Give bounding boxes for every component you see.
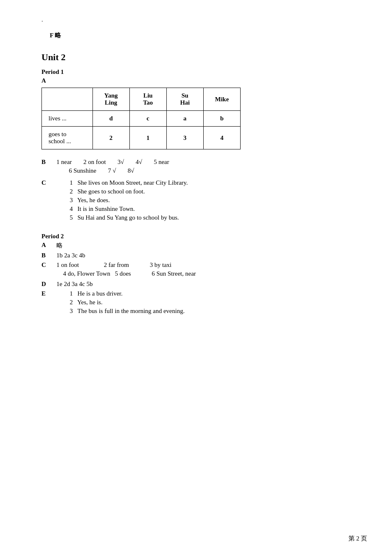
- b-item-1: 1 near: [56, 159, 72, 166]
- period2-a-content: 略: [56, 242, 359, 249]
- c2-item-4: 4 do, Flower Town 5 does: [63, 270, 131, 277]
- period2-e-label: E: [41, 290, 54, 297]
- period2-c-label: C: [41, 262, 54, 269]
- table-label-lives: lives ...: [42, 111, 93, 127]
- table-row-lives: lives ... d c a b: [42, 111, 241, 127]
- period2-d-block: D 1e 2d 3a 4c 5b: [41, 281, 359, 288]
- section-b-line2: 6 Sunshine 7 √ 8√: [69, 167, 359, 174]
- e-item-3: 3 The bus is full in the morning and eve…: [70, 308, 359, 315]
- period2-block: Period 2 A 略 B 1b 2a 3c 4b C 1 on foot 2…: [41, 233, 359, 316]
- c-item-4: 4 It is in Sunshine Town.: [70, 205, 359, 213]
- section-b-line1: 1 near 2 on foot 3√ 4√ 5 near: [56, 159, 359, 166]
- table-header-liu-tao: LiuTao: [129, 88, 166, 111]
- period2-e-content: 1 He is a bus driver. 2 Yes, he is. 3 Th…: [56, 290, 359, 316]
- dot-text: .: [41, 17, 359, 23]
- period2-c-line2: 4 do, Flower Town 5 does 6 Sun Street, n…: [63, 270, 359, 277]
- period2-b-label: B: [41, 252, 54, 259]
- table-cell-goes-yang: 2: [93, 127, 129, 149]
- table-header-mike: Mike: [203, 88, 240, 111]
- period2-d-label: D: [41, 281, 54, 288]
- c-item-2: 2 She goes to school on foot.: [70, 188, 359, 195]
- page-number: 第 2 页: [348, 535, 367, 543]
- section-b-content: 1 near 2 on foot 3√ 4√ 5 near 6 Sunshine…: [56, 159, 359, 176]
- table-row-goes: goes toschool ... 2 1 3 4: [42, 127, 241, 149]
- c-item-1: 1 She lives on Moon Street, near City Li…: [70, 179, 359, 186]
- table-cell-lives-su: a: [166, 111, 203, 127]
- period2-d-content: 1e 2d 3a 4c 5b: [56, 281, 359, 288]
- table-header-su-hai: SuHai: [166, 88, 203, 111]
- c2-item-2: 2 far from: [104, 262, 129, 269]
- section-c-label: C: [41, 179, 54, 186]
- e-item-1: 1 He is a bus driver.: [70, 290, 359, 297]
- table-header-empty: [42, 88, 93, 111]
- b-item-4: 4√: [136, 159, 142, 166]
- period2-c-content: 1 on foot 2 far from 3 by taxi 4 do, Flo…: [56, 262, 359, 279]
- b-item-3: 3√: [117, 159, 124, 166]
- table-header-yang-ling: YangLing: [93, 88, 129, 111]
- c2-item-3: 3 by taxi: [150, 262, 172, 269]
- period1-label: Period 1: [41, 68, 359, 76]
- period2-e-block: E 1 He is a bus driver. 2 Yes, he is. 3 …: [41, 290, 359, 316]
- b-item-6: 6 Sunshine: [69, 167, 96, 174]
- period2-c-block: C 1 on foot 2 far from 3 by taxi 4 do, F…: [41, 262, 359, 279]
- section-c-block: C 1 She lives on Moon Street, near City …: [41, 179, 359, 223]
- c-item-3: 3 Yes, he does.: [70, 197, 359, 204]
- period2-a-label: A: [41, 242, 54, 249]
- c2-item-1: 1 on foot: [56, 262, 79, 269]
- table-cell-goes-liu: 1: [129, 127, 166, 149]
- section-a-label: A: [41, 77, 359, 84]
- period2-a-block: A 略: [41, 242, 359, 249]
- period2-b-content: 1b 2a 3c 4b: [56, 252, 359, 259]
- f-line: F 略: [50, 32, 359, 39]
- e-item-2: 2 Yes, he is.: [70, 299, 359, 306]
- table-cell-lives-mike: b: [203, 111, 240, 127]
- b-item-5: 5 near: [154, 159, 169, 166]
- table-cell-goes-su: 3: [166, 127, 203, 149]
- unit-title: Unit 2: [41, 52, 359, 63]
- table-label-goes: goes toschool ...: [42, 127, 93, 149]
- table-header-row: YangLing LiuTao SuHai Mike: [42, 88, 241, 111]
- period2-c-line1: 1 on foot 2 far from 3 by taxi: [56, 262, 359, 269]
- b-item-2: 2 on foot: [83, 159, 106, 166]
- section-c-content: 1 She lives on Moon Street, near City Li…: [56, 179, 359, 223]
- b-item-8: 8√: [128, 167, 134, 174]
- period2-label: Period 2: [41, 233, 359, 240]
- table-cell-goes-mike: 4: [203, 127, 240, 149]
- period2-b-block: B 1b 2a 3c 4b: [41, 252, 359, 259]
- b-item-7: 7 √: [108, 167, 116, 174]
- c2-item-6: 6 Sun Street, near: [152, 270, 196, 277]
- section-b-block: B 1 near 2 on foot 3√ 4√ 5 near 6 Sunshi…: [41, 159, 359, 176]
- table-cell-lives-yang: d: [93, 111, 129, 127]
- c-item-5: 5 Su Hai and Su Yang go to school by bus…: [70, 214, 359, 221]
- section-b-label: B: [41, 159, 54, 166]
- period1-table: YangLing LiuTao SuHai Mike lives ... d c…: [41, 88, 241, 149]
- table-cell-lives-liu: c: [129, 111, 166, 127]
